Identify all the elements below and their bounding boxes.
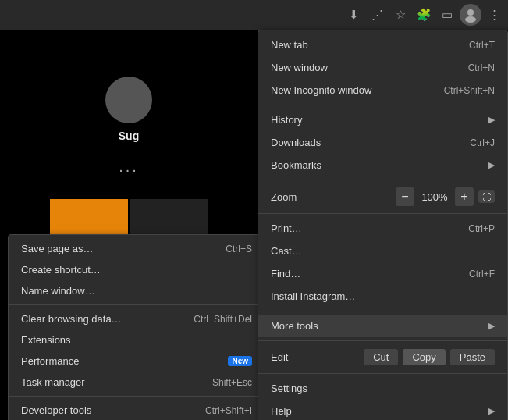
- history-label: History: [271, 114, 302, 126]
- help-label: Help: [271, 405, 292, 417]
- new-incognito-label: New Incognito window: [271, 84, 371, 96]
- download-icon[interactable]: ⬇: [343, 4, 364, 26]
- extension-icon[interactable]: 🧩: [413, 4, 435, 26]
- divider-r2: [258, 180, 507, 180]
- find-item[interactable]: Find… Ctrl+F: [258, 262, 507, 285]
- new-window-label: New window: [271, 62, 328, 73]
- divider-r1: [258, 105, 507, 105]
- find-label: Find…: [271, 268, 300, 279]
- zoom-plus-button[interactable]: +: [455, 187, 474, 206]
- svg-point-0: [467, 9, 474, 16]
- name-window-item[interactable]: Name window…: [9, 280, 265, 301]
- developer-tools-label: Developer tools: [21, 404, 91, 416]
- save-page-item[interactable]: Save page as… Ctrl+S: [9, 238, 265, 259]
- save-page-label: Save page as…: [21, 243, 94, 254]
- task-manager-shortcut: Shift+Esc: [212, 377, 252, 388]
- new-tab-label: New tab: [271, 39, 308, 51]
- more-tools-item[interactable]: More tools ▶: [258, 315, 507, 337]
- star-icon[interactable]: ☆: [389, 4, 411, 26]
- extensions-label: Extensions: [21, 334, 71, 346]
- extensions-item[interactable]: Extensions: [9, 329, 265, 351]
- create-shortcut-label: Create shortcut…: [21, 264, 101, 276]
- new-badge: New: [228, 356, 252, 366]
- settings-item[interactable]: Settings: [258, 377, 507, 400]
- new-window-shortcut: Ctrl+N: [468, 62, 495, 73]
- performance-item[interactable]: Performance New: [9, 351, 265, 372]
- username-text: Sug: [119, 130, 139, 142]
- avatar: [105, 77, 152, 123]
- chrome-toolbar: ⬇ ⋰ ☆ 🧩 ▭ ⋮: [0, 0, 508, 30]
- new-tab-shortcut: Ctrl+T: [469, 40, 495, 51]
- zoom-controls: − 100% + ⛶: [396, 187, 495, 206]
- copy-button[interactable]: Copy: [403, 349, 445, 365]
- print-label: Print…: [271, 222, 302, 234]
- developer-tools-shortcut: Ctrl+Shift+I: [205, 405, 252, 416]
- divider-r3: [258, 213, 507, 214]
- divider-r6: [258, 373, 507, 374]
- clear-browsing-label: Clear browsing data…: [21, 313, 122, 325]
- new-incognito-shortcut: Ctrl+Shift+N: [444, 85, 495, 96]
- find-shortcut: Ctrl+F: [469, 269, 495, 279]
- settings-label: Settings: [271, 383, 307, 394]
- help-arrow: ▶: [488, 406, 495, 416]
- downloads-label: Downloads: [271, 137, 321, 148]
- split-icon[interactable]: ▭: [436, 4, 458, 26]
- more-menu-icon[interactable]: ⋮: [483, 4, 505, 26]
- divider-2: [9, 396, 265, 397]
- share-icon[interactable]: ⋰: [366, 4, 388, 26]
- zoom-row: Zoom − 100% + ⛶: [258, 183, 507, 210]
- new-tab-item[interactable]: New tab Ctrl+T: [258, 34, 507, 56]
- fullscreen-button[interactable]: ⛶: [478, 190, 495, 203]
- zoom-value: 100%: [419, 191, 450, 203]
- divider-r4: [258, 311, 507, 311]
- clear-browsing-shortcut: Ctrl+Shift+Del: [194, 314, 252, 325]
- cast-item[interactable]: Cast…: [258, 240, 507, 262]
- clear-browsing-item[interactable]: Clear browsing data… Ctrl+Shift+Del: [9, 308, 265, 329]
- performance-label: Performance: [21, 355, 79, 367]
- task-manager-item[interactable]: Task manager Shift+Esc: [9, 372, 265, 393]
- install-label: Install Instagram…: [271, 290, 355, 302]
- bookmarks-item[interactable]: Bookmarks ▶: [258, 154, 507, 176]
- bookmarks-arrow: ▶: [488, 160, 495, 170]
- divider-1: [9, 304, 265, 305]
- divider-r5: [258, 340, 507, 341]
- name-window-label: Name window…: [21, 285, 95, 297]
- edit-row: Edit Cut Copy Paste: [258, 344, 507, 370]
- downloads-item[interactable]: Downloads Ctrl+J: [258, 131, 507, 154]
- more-tools-label: More tools: [271, 320, 318, 332]
- history-item[interactable]: History ▶: [258, 109, 507, 131]
- paste-button[interactable]: Paste: [450, 349, 495, 365]
- help-item[interactable]: Help ▶: [258, 400, 507, 420]
- cut-button[interactable]: Cut: [364, 349, 398, 365]
- edit-label: Edit: [271, 351, 359, 363]
- dots-indicator: ...: [119, 158, 139, 176]
- developer-tools-item[interactable]: Developer tools Ctrl+Shift+I: [9, 400, 265, 420]
- bookmarks-label: Bookmarks: [271, 159, 321, 171]
- print-shortcut: Ctrl+P: [468, 223, 495, 234]
- print-item[interactable]: Print… Ctrl+P: [258, 217, 507, 240]
- downloads-shortcut: Ctrl+J: [470, 137, 495, 148]
- svg-point-1: [465, 16, 476, 23]
- right-context-menu: New tab Ctrl+T New window Ctrl+N New Inc…: [258, 30, 508, 420]
- cast-label: Cast…: [271, 245, 302, 257]
- avatar-icon[interactable]: [460, 4, 481, 26]
- new-window-item[interactable]: New window Ctrl+N: [258, 56, 507, 79]
- save-page-shortcut: Ctrl+S: [226, 244, 252, 254]
- zoom-label: Zoom: [271, 191, 396, 203]
- zoom-minus-button[interactable]: −: [396, 187, 414, 206]
- left-context-menu: Save page as… Ctrl+S Create shortcut… Na…: [8, 234, 265, 420]
- create-shortcut-item[interactable]: Create shortcut…: [9, 259, 265, 280]
- history-arrow: ▶: [488, 115, 495, 125]
- new-incognito-item[interactable]: New Incognito window Ctrl+Shift+N: [258, 79, 507, 101]
- task-manager-label: Task manager: [21, 376, 85, 388]
- more-tools-arrow: ▶: [488, 321, 495, 331]
- install-item[interactable]: Install Instagram…: [258, 285, 507, 308]
